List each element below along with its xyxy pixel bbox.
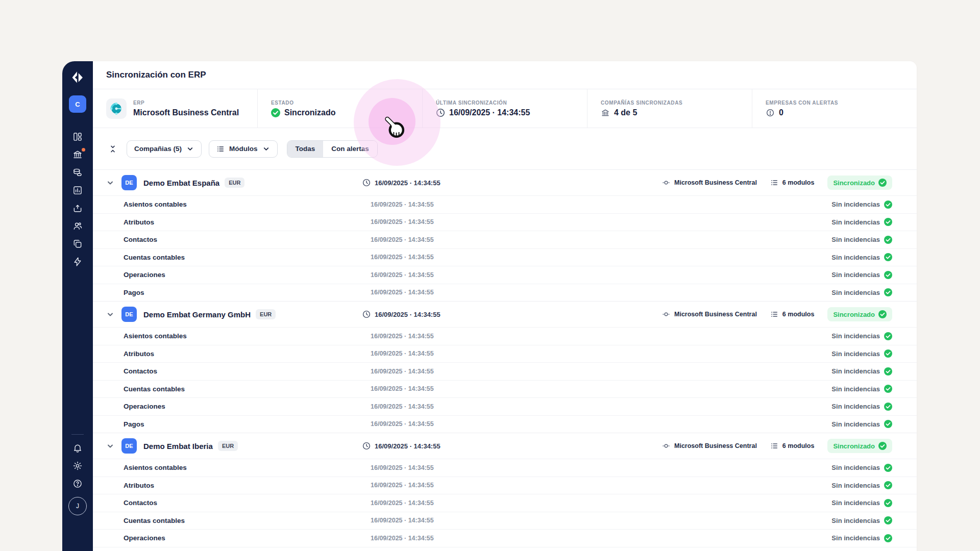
- sidebar-item-automations[interactable]: [72, 257, 83, 267]
- company-header-row[interactable]: DE Demo Embat Germany GmbH EUR 16/09/202…: [93, 301, 917, 327]
- module-row[interactable]: Asientos contables 16/09/2025 · 14:34:55…: [93, 327, 917, 345]
- module-row[interactable]: Contactos 16/09/2025 · 14:34:55 Sin inci…: [93, 231, 917, 248]
- copy-icon: [72, 239, 83, 249]
- module-row[interactable]: Operaciones 16/09/2025 · 14:34:55 Sin in…: [93, 529, 917, 547]
- module-sync-date: 16/09/2025 · 14:34:55: [371, 420, 434, 428]
- sidebar-item-reports[interactable]: [72, 185, 83, 195]
- module-name: Contactos: [124, 236, 157, 243]
- companies-filter-dropdown[interactable]: Compañias (5): [127, 140, 202, 158]
- module-sync-date: 16/09/2025 · 14:34:55: [371, 333, 434, 340]
- tab-todas[interactable]: Todas: [287, 141, 324, 157]
- module-row[interactable]: Atributos 16/09/2025 · 14:34:55 Sin inci…: [93, 213, 917, 231]
- module-row[interactable]: Atributos 16/09/2025 · 14:34:55 Sin inci…: [93, 477, 917, 494]
- list-icon: [770, 179, 778, 187]
- collapse-all-button[interactable]: [106, 142, 119, 156]
- module-sync-date: 16/09/2025 · 14:34:55: [371, 385, 434, 392]
- module-status: Sin incidencias: [831, 464, 892, 472]
- check-circle-icon: [271, 108, 280, 117]
- module-name: Cuentas contables: [124, 254, 185, 261]
- module-name: Asientos contables: [124, 464, 187, 471]
- chevron-down-icon[interactable]: [106, 310, 114, 318]
- module-row[interactable]: Pagos 16/09/2025 · 14:34:55 Sin incidenc…: [93, 284, 917, 302]
- check-circle-icon: [884, 218, 892, 226]
- notifications-button[interactable]: [72, 443, 83, 453]
- module-row[interactable]: Cuentas contables 16/09/2025 · 14:34:55 …: [93, 380, 917, 398]
- building-icon: [601, 108, 610, 117]
- list-icon: [770, 310, 778, 318]
- modules-filter-dropdown[interactable]: Módulos: [209, 140, 278, 158]
- module-row[interactable]: Contactos 16/09/2025 · 14:34:55 Sin inci…: [93, 494, 917, 512]
- check-circle-icon: [878, 442, 887, 450]
- summary-value: Sincronizado: [271, 108, 335, 117]
- module-row[interactable]: Cuentas contables 16/09/2025 · 14:34:55 …: [93, 512, 917, 530]
- chevron-down-icon[interactable]: [106, 442, 114, 450]
- module-row[interactable]: Pagos 16/09/2025 · 14:34:55 Sin incidenc…: [93, 547, 917, 551]
- summary-strip: ERP Microsoft Business Central ESTADO Si…: [93, 89, 917, 128]
- main-panel: Sincronización con ERP ERP Microsoft Bus…: [93, 61, 917, 551]
- module-name: Operaciones: [124, 534, 165, 542]
- module-name: Asientos contables: [124, 332, 187, 340]
- module-status: Sin incidencias: [831, 271, 892, 279]
- sidebar-item-documents[interactable]: [72, 239, 83, 249]
- check-circle-icon: [884, 385, 892, 393]
- module-status: Sin incidencias: [831, 420, 892, 428]
- module-row[interactable]: Pagos 16/09/2025 · 14:34:55 Sin incidenc…: [93, 415, 917, 433]
- summary-label: ÚLTIMA SINCRONIZACIÓN: [436, 100, 530, 106]
- currency-chip: EUR: [218, 441, 238, 451]
- module-status: Sin incidencias: [831, 367, 892, 375]
- module-name: Atributos: [124, 218, 154, 226]
- module-status: Sin incidencias: [831, 288, 892, 296]
- module-rows: Asientos contables 16/09/2025 · 14:34:55…: [93, 459, 917, 551]
- check-circle-icon: [884, 349, 892, 358]
- module-row[interactable]: Atributos 16/09/2025 · 14:34:55 Sin inci…: [93, 345, 917, 363]
- sidebar-item-banks[interactable]: [72, 149, 83, 160]
- module-status: Sin incidencias: [831, 385, 892, 393]
- module-row[interactable]: Asientos contables 16/09/2025 · 14:34:55…: [93, 459, 917, 477]
- business-central-logo-icon: [106, 98, 127, 119]
- module-name: Operaciones: [124, 271, 165, 279]
- company-avatar: DE: [121, 438, 137, 454]
- sidebar-item-payments[interactable]: [72, 203, 83, 213]
- sync-connection-icon: [662, 442, 670, 450]
- coins-icon: [72, 167, 83, 178]
- user-avatar[interactable]: J: [68, 497, 87, 515]
- company-header-row[interactable]: DE Demo Embat Iberia EUR 16/09/2025 · 14…: [93, 433, 917, 459]
- module-row[interactable]: Contactos 16/09/2025 · 14:34:55 Sin inci…: [93, 362, 917, 380]
- help-button[interactable]: [72, 479, 83, 489]
- chevron-down-icon: [262, 145, 270, 153]
- module-row[interactable]: Operaciones 16/09/2025 · 14:34:55 Sin in…: [93, 397, 917, 415]
- module-sync-date: 16/09/2025 · 14:34:55: [371, 403, 434, 410]
- module-name: Cuentas contables: [124, 385, 185, 393]
- companies-filter-label: Compañias (5): [134, 145, 182, 153]
- company-header-row[interactable]: DE Demo Embat España EUR 16/09/2025 · 14…: [93, 169, 917, 195]
- tab-con-alertas[interactable]: Con alertas: [323, 141, 377, 157]
- module-name: Contactos: [124, 367, 157, 375]
- bell-icon: [72, 443, 83, 453]
- sidebar-item-accounting[interactable]: [72, 167, 83, 178]
- company-name: Demo Embat España: [143, 179, 219, 187]
- company-name: Demo Embat Iberia: [143, 442, 213, 450]
- module-name: Atributos: [124, 350, 154, 358]
- sidebar-item-contacts[interactable]: [72, 221, 83, 231]
- module-row[interactable]: Asientos contables 16/09/2025 · 14:34:55…: [93, 195, 917, 213]
- chevron-down-icon[interactable]: [106, 179, 114, 187]
- module-name: Atributos: [124, 482, 154, 489]
- module-name: Operaciones: [124, 403, 165, 410]
- page-title: Sincronización con ERP: [106, 70, 206, 80]
- company-last-sync: 16/09/2025 · 14:34:55: [362, 310, 440, 318]
- sidebar-item-dashboard[interactable]: [72, 132, 83, 142]
- module-sync-date: 16/09/2025 · 14:34:55: [371, 218, 434, 226]
- summary-label: EMPRESAS CON ALERTAS: [766, 100, 838, 106]
- settings-button[interactable]: [72, 461, 83, 471]
- sidebar-divider: [71, 434, 84, 435]
- summary-companias: COMPAÑÍAS SINCRONIZADAS 4 de 5: [587, 89, 752, 128]
- module-status: Sin incidencias: [831, 499, 892, 507]
- summary-value: 16/09/2025 · 14:34:55: [436, 108, 530, 117]
- check-circle-icon: [884, 201, 892, 209]
- alert-circle-icon: [766, 108, 775, 117]
- check-circle-icon: [878, 310, 887, 318]
- layout-dashboard-icon: [72, 132, 83, 142]
- workspace-avatar[interactable]: C: [69, 95, 86, 113]
- module-row[interactable]: Cuentas contables 16/09/2025 · 14:34:55 …: [93, 248, 917, 266]
- module-row[interactable]: Operaciones 16/09/2025 · 14:34:55 Sin in…: [93, 266, 917, 284]
